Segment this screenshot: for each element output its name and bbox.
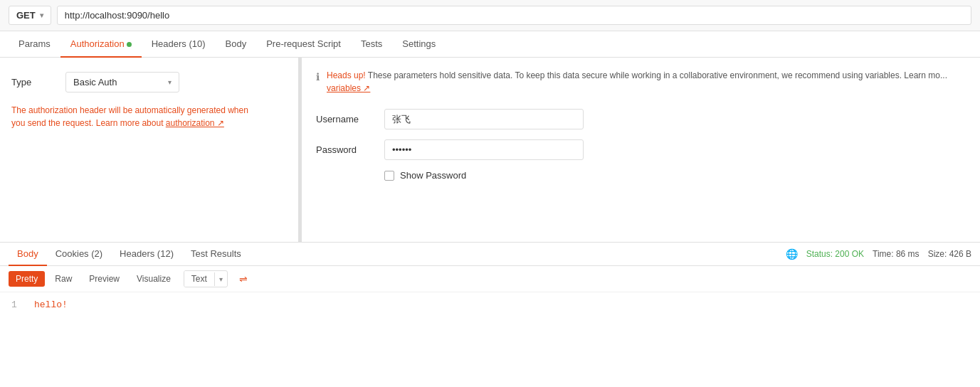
method-select[interactable]: GET ▾ — [9, 6, 51, 25]
globe-icon: 🌐 — [786, 248, 798, 260]
code-content: hello! — [34, 299, 68, 310]
type-label: Type — [11, 77, 54, 88]
text-select-chevron-icon[interactable]: ▾ — [214, 272, 227, 286]
info-text: Heads up! These parameters hold sensitiv… — [327, 69, 947, 95]
tab-cookies[interactable]: Cookies (2) — [47, 243, 111, 266]
status-size: Size: 426 B — [928, 249, 971, 259]
tab-settings[interactable]: Settings — [392, 31, 446, 58]
info-banner: ℹ Heads up! These parameters hold sensit… — [316, 69, 966, 95]
authorization-dot — [127, 42, 132, 47]
auth-learn-more-link[interactable]: authorization ↗ — [166, 118, 224, 128]
type-chevron-icon: ▾ — [168, 78, 172, 86]
status-ok: Status: 200 OK — [806, 249, 864, 259]
type-select[interactable]: Basic Auth ▾ — [65, 72, 179, 92]
type-value: Basic Auth — [73, 77, 117, 88]
auth-description: The authorization header will be automat… — [11, 104, 287, 129]
status-row: 🌐 Status: 200 OK Time: 86 ms Size: 426 B — [786, 248, 971, 260]
raw-button[interactable]: Raw — [48, 271, 79, 287]
preview-button[interactable]: Preview — [82, 271, 127, 287]
tab-response-headers[interactable]: Headers (12) — [111, 243, 182, 266]
tab-body[interactable]: Body — [216, 31, 257, 58]
password-label: Password — [316, 144, 373, 155]
show-password-label: Show Password — [400, 170, 466, 181]
main-content: Type Basic Auth ▾ The authorization head… — [0, 58, 980, 243]
url-bar: GET ▾ — [0, 0, 980, 31]
request-tabs: Params Authorization Headers (10) Body P… — [0, 31, 980, 58]
info-icon: ℹ — [316, 70, 320, 95]
method-chevron-icon: ▾ — [40, 11, 43, 19]
code-area: 1 hello! — [0, 292, 980, 317]
tab-headers[interactable]: Headers (10) — [142, 31, 216, 58]
right-panel: ℹ Heads up! These parameters hold sensit… — [302, 58, 980, 242]
tab-authorization[interactable]: Authorization — [60, 31, 142, 58]
show-password-checkbox[interactable] — [384, 171, 394, 181]
method-label: GET — [16, 10, 36, 21]
password-input[interactable] — [384, 139, 584, 160]
tab-params[interactable]: Params — [9, 31, 60, 58]
line-number: 1 — [11, 299, 23, 310]
left-panel: Type Basic Auth ▾ The authorization head… — [0, 58, 299, 242]
response-tabs: Body Cookies (2) Headers (12) Test Resul… — [0, 243, 980, 266]
status-time: Time: 86 ms — [873, 249, 920, 259]
tab-prerequest[interactable]: Pre-request Script — [256, 31, 351, 58]
pretty-button[interactable]: Pretty — [9, 271, 45, 287]
tab-tests[interactable]: Tests — [351, 31, 392, 58]
show-password-row: Show Password — [384, 170, 966, 181]
url-input[interactable] — [57, 6, 971, 25]
type-row: Type Basic Auth ▾ — [11, 72, 287, 92]
tab-test-results[interactable]: Test Results — [182, 243, 250, 266]
username-row: Username — [316, 109, 966, 129]
text-select-label[interactable]: Text — [184, 271, 214, 287]
password-row: Password — [316, 139, 966, 160]
username-input[interactable] — [384, 109, 584, 129]
visualize-button[interactable]: Visualize — [130, 271, 178, 287]
variables-link[interactable]: variables ↗ — [327, 83, 370, 93]
response-toolbar: Pretty Raw Preview Visualize Text ▾ ⇌ — [0, 266, 980, 292]
wrap-icon[interactable]: ⇌ — [233, 270, 253, 287]
username-label: Username — [316, 114, 373, 124]
code-line-1: 1 hello! — [11, 299, 969, 310]
bottom-section: Body Cookies (2) Headers (12) Test Resul… — [0, 243, 980, 356]
text-select-group: Text ▾ — [184, 270, 228, 287]
tab-response-body[interactable]: Body — [9, 243, 47, 266]
